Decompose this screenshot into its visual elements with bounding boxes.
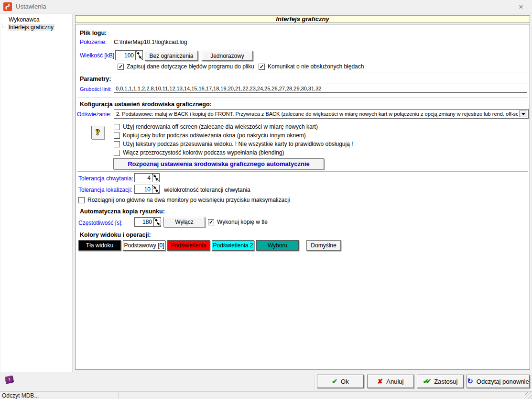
color-button-domyslne[interactable]: Domyślne: [306, 240, 341, 251]
unhandled-errors-checkbox[interactable]: ✓ Komunikat o nie obsłużonych błędach: [259, 63, 364, 70]
frequency-spinner[interactable]: 180: [134, 217, 161, 227]
log-location-value: C:\InterMap10.1\log\kcad.log: [114, 39, 187, 45]
cancel-button[interactable]: ✘ Anuluj: [367, 375, 414, 388]
spin-down-icon[interactable]: [155, 190, 158, 192]
checkbox-unchecked-icon[interactable]: [78, 197, 85, 203]
settings-window: Ustawienia ✕ Wykonawca Interfejs graficz…: [0, 0, 532, 399]
locate-tolerance-label: Tolerancja lokalizacji:: [78, 187, 132, 193]
locate-tolerance-spinner[interactable]: 10: [134, 185, 160, 194]
spin-up-icon[interactable]: [153, 175, 156, 177]
status-text: Odczyt MDB...: [0, 392, 39, 399]
log-section-title: Plik logu:: [80, 30, 107, 36]
spin-up-icon[interactable]: [155, 219, 158, 221]
checkbox-unchecked-icon[interactable]: [114, 133, 120, 139]
locate-tolerance-value[interactable]: 10: [135, 185, 152, 193]
checkbox-unchecked-icon[interactable]: [114, 150, 120, 156]
snap-tolerance-spinner[interactable]: 4: [134, 173, 160, 182]
background-copy-checkbox[interactable]: ✓ Wykonuj kopię w tle: [208, 219, 268, 225]
ok-check-icon: ✔: [332, 377, 337, 385]
page-title: Interfejs graficzny: [75, 15, 530, 23]
spin-up-icon[interactable]: [153, 186, 156, 188]
section-divider: [77, 73, 528, 74]
status-bar: Odczyt MDB...: [0, 391, 532, 399]
disable-autocopy-button[interactable]: Wyłącz: [163, 217, 205, 227]
refresh-label: Odświeżanie:: [77, 111, 111, 118]
status-divider: [118, 392, 119, 399]
checkbox-label: Komunikat o nie obsłużonych błędach: [268, 63, 364, 70]
frequency-value[interactable]: 180: [135, 218, 153, 226]
snap-tolerance-value[interactable]: 4: [135, 174, 152, 182]
blending-checkbox[interactable]: Włącz przezroczystość kolorów podczas wy…: [114, 149, 284, 156]
title-bar: Ustawienia ✕: [0, 0, 532, 13]
frequency-label: Częstotliwość [s]:: [78, 220, 123, 226]
checkbox-unchecked-icon[interactable]: [114, 141, 120, 147]
ok-button[interactable]: ✔ Ok: [317, 375, 364, 388]
app-icon: [3, 2, 12, 11]
cancel-x-icon: ✘: [378, 377, 383, 385]
offscreen-render-checkbox[interactable]: Użyj renderowania off-screen (zalecane d…: [114, 123, 318, 130]
footer-divider: [315, 374, 315, 390]
log-size-value[interactable]: 100: [116, 51, 135, 60]
footer-divider: [464, 374, 465, 390]
reload-icon: ↻: [467, 377, 473, 386]
color-button-podstawowy[interactable]: Podstawowy [0]: [123, 240, 165, 251]
dialog-footer: ? ✔ Ok ✘ Anuluj ✔✔ Zastosuj ↻ Odczytaj p…: [0, 372, 532, 391]
checkbox-unchecked-icon[interactable]: [114, 124, 120, 130]
resize-grip-icon[interactable]: [525, 392, 532, 399]
footer-divider: [365, 374, 366, 390]
save-errors-checkbox[interactable]: ✓ Zapisuj dane dotyczące błędów programu…: [118, 63, 254, 70]
tree-item-wykonawca[interactable]: Wykonawca: [2, 16, 72, 23]
apply-double-check-icon: ✔✔: [423, 377, 428, 385]
auto-detect-button[interactable]: Rozpoznaj ustawienia środowiska graficzn…: [113, 158, 324, 169]
section-divider: [77, 171, 528, 172]
spinner-buttons[interactable]: [135, 51, 142, 60]
cancel-button-label: Anuluj: [386, 378, 403, 385]
checkbox-checked-icon[interactable]: ✓: [208, 219, 214, 225]
tree-branch-icon: [2, 23, 6, 28]
color-button-tla-widoku[interactable]: Tła widoku: [78, 240, 121, 251]
refresh-selected-value: 2. Podstawowe: maluj w BACK i kopiuj do …: [114, 111, 518, 117]
footer-divider: [414, 374, 415, 390]
dropdown-arrow-icon: [521, 113, 525, 115]
help-book-icon[interactable]: ?: [5, 375, 14, 384]
spinner-buttons[interactable]: [152, 185, 159, 193]
help-button[interactable]: ?: [91, 126, 104, 139]
color-button-podswietlenia[interactable]: Podświetlenia: [167, 240, 210, 251]
spinner-buttons[interactable]: [153, 218, 161, 226]
checkbox-checked-icon[interactable]: ✓: [259, 64, 265, 70]
color-button-podswietlenia-2[interactable]: Podświetlenia 2: [212, 240, 254, 251]
log-size-label: Wielkość [kB]:: [80, 52, 116, 59]
apply-button[interactable]: ✔✔ Zastosuj: [417, 375, 464, 388]
close-icon[interactable]: ✕: [510, 0, 532, 13]
copy-buffer-checkbox[interactable]: Kopiuj cały bufor podczas odświeżania ok…: [114, 132, 306, 139]
combo-dropdown-button[interactable]: [519, 111, 527, 117]
refresh-combobox[interactable]: 2. Podstawowe: maluj w BACK i kopiuj do …: [114, 109, 529, 119]
reload-button-label: Odczytaj ponownie: [477, 378, 529, 385]
checkbox-label: Wykonuj kopię w tle: [217, 219, 268, 225]
tree-item-interfejs-graficzny[interactable]: Interfejs graficzny: [2, 23, 72, 31]
spin-up-icon[interactable]: [137, 52, 140, 54]
one-time-button[interactable]: Jednorazowy: [202, 51, 253, 61]
spin-down-icon[interactable]: [157, 223, 160, 225]
line-widths-label: Grubości linii:: [80, 86, 111, 92]
line-widths-input[interactable]: 0,0,1,1,1,1,2,2,8,10,11,12,13,14,15,16,1…: [114, 84, 527, 93]
reload-button[interactable]: ↻ Odczytaj ponownie: [467, 375, 530, 388]
color-button-wyboru[interactable]: Wyboru: [256, 240, 299, 251]
no-limit-button[interactable]: Bez ograniczenia: [145, 51, 198, 61]
texture-pan-checkbox[interactable]: Użyj tekstury podczas przesuwania widoku…: [114, 141, 353, 147]
tree-item-label: Interfejs graficzny: [8, 24, 54, 31]
log-location-label: Położenie:: [80, 39, 107, 45]
checkbox-checked-icon[interactable]: ✓: [118, 64, 124, 70]
spin-down-icon[interactable]: [139, 56, 141, 59]
checkbox-label: Kopiuj cały bufor podczas odświeżania ok…: [123, 132, 306, 139]
spin-down-icon[interactable]: [155, 178, 158, 181]
spinner-buttons[interactable]: [152, 174, 159, 182]
checkbox-label: Włącz przezroczystość kolorów podczas wy…: [123, 149, 284, 156]
checkbox-label: Zapisuj dane dotyczące błędów programu d…: [127, 63, 254, 70]
section-divider: [77, 98, 528, 99]
log-size-spinner[interactable]: 100: [115, 50, 143, 60]
settings-tree: Wykonawca Interfejs graficzny: [0, 14, 73, 372]
tree-branch-icon: [2, 16, 6, 20]
checkbox-label: Użyj tekstury podczas przesuwania widoku…: [123, 141, 353, 147]
stretch-two-monitors-checkbox[interactable]: Rozciągnij ono główne na dwa monitory po…: [78, 197, 290, 203]
